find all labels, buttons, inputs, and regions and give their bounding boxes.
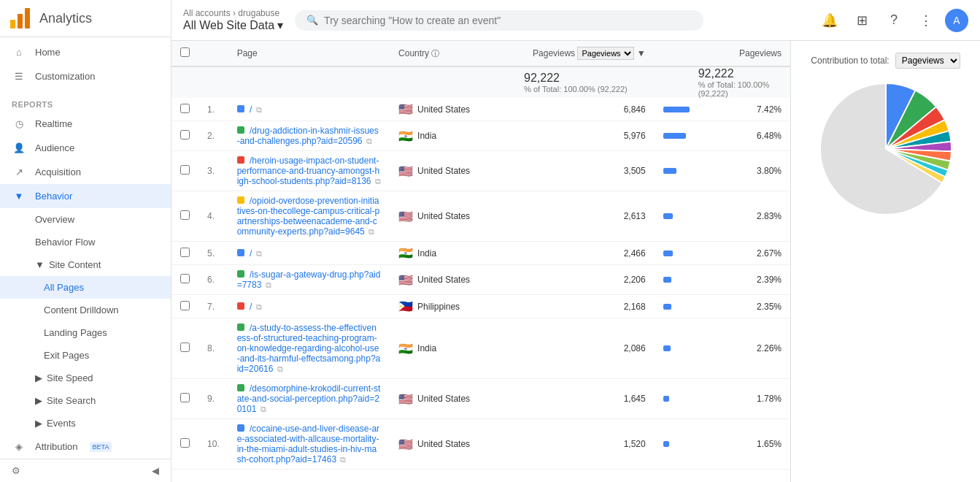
more-vert-icon[interactable]: ⋮: [913, 7, 939, 34]
sidebar-item-site-search[interactable]: ▶ Site Search: [0, 389, 171, 412]
row-bar-spacer: [655, 379, 698, 419]
pie-chart: [820, 83, 952, 217]
sidebar-item-behavior[interactable]: ▼ Behavior: [0, 184, 171, 208]
row-country: 🇺🇸 United States: [390, 419, 524, 470]
select-all-checkbox[interactable]: [180, 47, 190, 57]
contribution-select[interactable]: Pageviews: [895, 53, 960, 69]
sidebar-item-customization[interactable]: ☰ Customization: [0, 64, 171, 88]
sidebar-item-audience[interactable]: 👤 Audience: [0, 136, 171, 160]
row-checkbox[interactable]: [180, 301, 190, 310]
sidebar-item-landing-pages[interactable]: Landing Pages: [0, 321, 171, 344]
country-name: United States: [417, 166, 470, 176]
notification-icon[interactable]: 🔔: [817, 7, 843, 34]
sidebar-item-overview[interactable]: Overview: [0, 208, 171, 231]
country-name: United States: [417, 104, 470, 115]
pageviews-select[interactable]: Pageviews: [577, 47, 634, 60]
row-bar-spacer: [655, 295, 698, 318]
copy-icon[interactable]: ⧉: [256, 302, 262, 311]
flag-icon: 🇮🇳: [398, 129, 413, 143]
page-link[interactable]: /is-sugar-a-gateway-drug.php?aid=7783: [237, 269, 381, 290]
sidebar-item-site-speed[interactable]: ▶ Site Speed: [0, 367, 171, 389]
page-link[interactable]: /desomorphine-krokodil-current-state-and…: [237, 383, 381, 414]
row-checkbox[interactable]: [180, 393, 190, 402]
row-page[interactable]: /drug-addiction-in-kashmir-issues-and-ch…: [228, 121, 390, 151]
flag-icon: 🇮🇳: [398, 342, 413, 356]
account-selector[interactable]: All Web Site Data ▾: [183, 18, 283, 32]
sidebar-item-home[interactable]: ⌂ Home: [0, 40, 171, 64]
row-checkbox[interactable]: [180, 343, 190, 352]
row-pct: 1.78%: [698, 379, 790, 419]
row-checkbox[interactable]: [180, 130, 190, 139]
row-bar-spacer: [655, 98, 698, 121]
row-pct: 2.35%: [698, 295, 790, 318]
sidebar-item-all-pages[interactable]: All Pages: [0, 276, 171, 299]
country-name: United States: [417, 275, 470, 285]
row-page[interactable]: /desomorphine-krokodil-current-state-and…: [228, 379, 390, 419]
row-checkbox[interactable]: [180, 104, 190, 113]
row-page[interactable]: /opioid-overdose-prevention-initiatives-…: [228, 191, 390, 242]
row-num: 7.: [198, 295, 228, 318]
flag-icon: 🇺🇸: [398, 437, 413, 451]
sidebar-item-behavior-flow[interactable]: Behavior Flow: [0, 231, 171, 253]
row-page[interactable]: /is-sugar-a-gateway-drug.php?aid=7783 ⧉: [228, 265, 390, 295]
page-link[interactable]: /cocaine-use-and-liver-disease-are-assoc…: [237, 424, 379, 464]
row-country: 🇺🇸 United States: [390, 265, 524, 295]
col-pageviews-sort[interactable]: Pageviews Pageviews ▼: [524, 41, 655, 66]
col-country[interactable]: Country ⓘ: [390, 41, 524, 66]
row-checkbox[interactable]: [180, 438, 190, 448]
apps-icon[interactable]: ⊞: [849, 7, 875, 34]
page-link[interactable]: /: [250, 302, 252, 312]
row-pageviews: 1,645: [524, 379, 655, 419]
page-link[interactable]: /: [250, 104, 252, 115]
settings-icon[interactable]: ⚙: [12, 465, 20, 476]
row-checkbox[interactable]: [180, 165, 190, 175]
copy-icon[interactable]: ⧉: [375, 177, 381, 185]
flag-icon: 🇺🇸: [398, 210, 413, 223]
table-row: 7. / ⧉ 🇵🇭 Philippines 2,168 2.35%: [171, 295, 790, 318]
search-input[interactable]: [324, 15, 692, 26]
page-link[interactable]: /heroin-usage-impact-on-student-performa…: [237, 156, 379, 186]
copy-icon[interactable]: ⧉: [369, 227, 374, 236]
sidebar-item-content-drilldown[interactable]: Content Drilldown: [0, 299, 171, 321]
row-num: 6.: [198, 265, 228, 295]
page-link[interactable]: /drug-addiction-in-kashmir-issues-and-ch…: [237, 126, 379, 146]
copy-icon[interactable]: ⧉: [366, 137, 372, 145]
row-page[interactable]: / ⧉: [228, 242, 390, 265]
behavior-icon: ▼: [12, 191, 26, 202]
copy-icon[interactable]: ⧉: [340, 455, 346, 464]
row-page[interactable]: / ⧉: [228, 98, 390, 121]
row-page[interactable]: /heroin-usage-impact-on-student-performa…: [228, 151, 390, 191]
copy-icon[interactable]: ⧉: [266, 280, 271, 289]
sidebar-item-audience-label: Audience: [35, 142, 74, 153]
collapse-icon[interactable]: ◀: [152, 465, 159, 476]
copy-icon[interactable]: ⧉: [256, 105, 262, 114]
page-link[interactable]: /opioid-overdose-prevention-initiatives-…: [237, 196, 379, 237]
copy-icon[interactable]: ⧉: [256, 249, 262, 258]
page-link[interactable]: /: [250, 248, 252, 259]
copy-icon[interactable]: ⧉: [277, 364, 283, 373]
search-bar[interactable]: 🔍: [295, 10, 703, 31]
help-icon[interactable]: ?: [881, 7, 907, 34]
col-page[interactable]: Page: [228, 41, 390, 66]
topbar-icons: 🔔 ⊞ ? ⋮ A: [817, 7, 968, 34]
sidebar-item-events[interactable]: ▶ Events: [0, 412, 171, 435]
row-pageviews: 3,505: [524, 151, 655, 191]
sidebar-item-site-content[interactable]: ▼ Site Content: [0, 253, 171, 276]
sidebar-item-exit-pages[interactable]: Exit Pages: [0, 344, 171, 367]
sidebar-item-acquisition[interactable]: ↗ Acquisition: [0, 160, 171, 184]
row-country: 🇺🇸 United States: [390, 379, 524, 419]
row-page[interactable]: /cocaine-use-and-liver-disease-are-assoc…: [228, 419, 390, 470]
page-link[interactable]: /a-study-to-assess-the-effectiveness-of-…: [237, 323, 381, 374]
row-checkbox[interactable]: [180, 210, 190, 220]
copy-icon[interactable]: ⧉: [261, 405, 266, 413]
row-page[interactable]: / ⧉: [228, 295, 390, 318]
avatar[interactable]: A: [945, 9, 968, 32]
attribution-badge: BETA: [90, 442, 112, 452]
row-checkbox[interactable]: [180, 274, 190, 283]
row-page[interactable]: /a-study-to-assess-the-effectiveness-of-…: [228, 318, 390, 379]
sidebar-item-realtime[interactable]: ◷ Realtime: [0, 112, 171, 136]
sidebar-item-attribution[interactable]: ◈ Attribution BETA: [0, 435, 171, 459]
sidebar-footer: ⚙ ◀: [0, 459, 171, 482]
total-pageviews2: 92,222: [698, 67, 790, 80]
row-checkbox[interactable]: [180, 248, 190, 257]
